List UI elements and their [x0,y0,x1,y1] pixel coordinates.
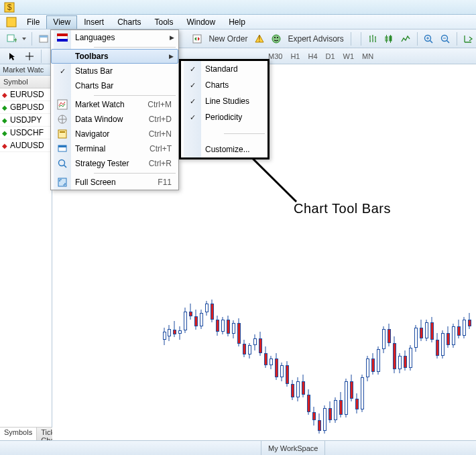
submenu-charts-label: Charts [205,80,265,90]
period-h4[interactable]: H4 [304,50,320,62]
svg-rect-33 [58,130,66,138]
new-order-icon[interactable] [190,31,204,46]
check-icon: ✓ [184,109,201,125]
menu-file[interactable]: File [20,15,46,29]
submenu-arrow-icon: ▶ [170,34,174,41]
svg-text:$: $ [7,3,12,12]
svg-rect-36 [58,145,66,147]
menu-navigator-label: Navigator [75,129,149,139]
period-d1[interactable]: D1 [322,50,339,62]
annotation-label: Chart Tool Bars [294,201,391,216]
submenu-charts[interactable]: ✓ Charts [181,77,267,93]
check-icon: ✓ [184,61,201,77]
submenu-standard[interactable]: ✓ Standard [181,61,267,77]
market-watch-row[interactable]: ◆EURUSD [0,88,52,101]
submenu-standard-label: Standard [205,64,265,74]
profile-button[interactable] [36,31,51,46]
navigator-icon [54,127,71,141]
menu-status-bar-label: Status Bar [75,66,176,76]
new-chart-button[interactable]: + [4,31,19,46]
market-watch-row[interactable]: ◆USDCHF [0,127,52,139]
candle-chart-icon[interactable] [382,31,397,46]
market-watch-row[interactable]: ◆USDJPY [0,114,52,127]
menu-help[interactable]: Help [222,15,252,29]
svg-line-38 [64,166,67,168]
menu-insert[interactable]: Insert [77,15,111,29]
menu-navigator[interactable]: Navigator Ctrl+N [51,127,178,141]
auto-scroll-icon[interactable] [461,31,476,46]
menu-tools[interactable]: Tools [148,15,180,29]
market-watch-tabs: Symbols Tick Chart [0,427,52,440]
menu-charts-bar-label: Charts Bar [75,81,176,90]
svg-point-10 [272,35,280,43]
submenu-periodicity[interactable]: ✓ Periodicity [181,109,267,125]
svg-rect-27 [57,34,68,36]
up-arrow-icon: ◆ [2,117,9,124]
zoom-in-icon[interactable] [422,31,436,46]
period-w1[interactable]: W1 [340,50,358,62]
market-watch-row[interactable]: ◆AUDUSD [0,139,52,152]
shortcut: Ctrl+T [150,144,176,153]
menu-languages[interactable]: Languages ▶ [51,30,178,45]
terminal-icon [54,141,71,156]
blank-icon [54,78,71,93]
zoom-out-icon[interactable] [438,31,453,46]
status-bar: My WorkSpace [0,440,476,455]
svg-text:!: ! [259,34,261,44]
cursor-icon[interactable] [4,50,20,62]
market-watch-panel: Market Watc Symbol ◆EURUSD◆GBPUSD◆USDJPY… [0,64,52,440]
separator [417,32,418,46]
crosshair-icon[interactable] [21,50,38,62]
menubar-app-icon [5,16,17,28]
title-bar: $ [0,0,476,15]
symbol-label: AUDUSD [10,141,44,150]
svg-rect-2 [7,17,16,27]
menu-strategy-tester[interactable]: Strategy Tester Ctrl+R [51,156,178,171]
submenu-line-studies-label: Line Studies [205,96,265,106]
new-chart-dropdown[interactable] [21,31,28,46]
symbol-label: USDJPY [10,115,42,125]
menu-languages-label: Languages [75,33,176,42]
menu-charts[interactable]: Charts [111,15,147,29]
view-dropdown: Languages ▶ Toolbars ▶ ✓ Status Bar Char… [50,29,179,190]
menu-view[interactable]: View [46,15,77,29]
svg-line-18 [430,40,433,43]
svg-rect-28 [57,39,68,42]
expert-advisors-label[interactable]: Expert Advisors [285,34,347,44]
submenu-line-studies[interactable]: ✓ Line Studies [181,93,267,109]
svg-rect-39 [58,178,66,186]
alert-icon[interactable]: ! [252,31,267,46]
period-mn[interactable]: MN [359,50,377,62]
menu-toolbars[interactable]: Toolbars ▶ [51,49,178,64]
tab-symbols[interactable]: Symbols [0,428,37,440]
svg-text:+: + [13,36,17,44]
separator [32,32,32,46]
symbol-label: EURUSD [10,90,44,99]
market-watch-icon [54,97,71,112]
line-chart-icon[interactable] [398,31,413,46]
shortcut: Ctrl+M [147,100,176,109]
new-order-label[interactable]: New Order [205,34,251,44]
menu-window[interactable]: Window [180,15,223,29]
menu-toolbars-label: Toolbars [75,52,176,61]
menu-full-screen[interactable]: Full Screen F11 [51,175,178,190]
svg-rect-6 [40,36,48,38]
status-workspace[interactable]: My WorkSpace [261,441,325,455]
menu-data-window[interactable]: Data Window Ctrl+D [51,112,178,127]
period-h1[interactable]: H1 [287,50,303,62]
bar-chart-icon[interactable] [365,31,380,46]
menu-bar: File View Insert Charts Tools Window Hel… [0,15,476,29]
menu-market-watch[interactable]: Market Watch Ctrl+M [51,97,178,112]
market-watch-row[interactable]: ◆GBPUSD [0,101,52,114]
submenu-customize[interactable]: Customize... [181,141,267,157]
menu-data-window-label: Data Window [75,115,149,124]
shortcut: Ctrl+R [149,159,176,168]
market-watch-header[interactable]: Symbol [0,76,52,88]
expert-advisors-icon[interactable] [269,31,284,46]
menu-charts-bar[interactable]: Charts Bar [51,78,178,93]
menu-terminal[interactable]: Terminal Ctrl+T [51,141,178,156]
market-watch-title: Market Watc [0,64,52,76]
submenu-periodicity-label: Periodicity [205,113,265,122]
symbol-label: GBPUSD [10,103,44,112]
menu-status-bar[interactable]: ✓ Status Bar [51,64,178,78]
